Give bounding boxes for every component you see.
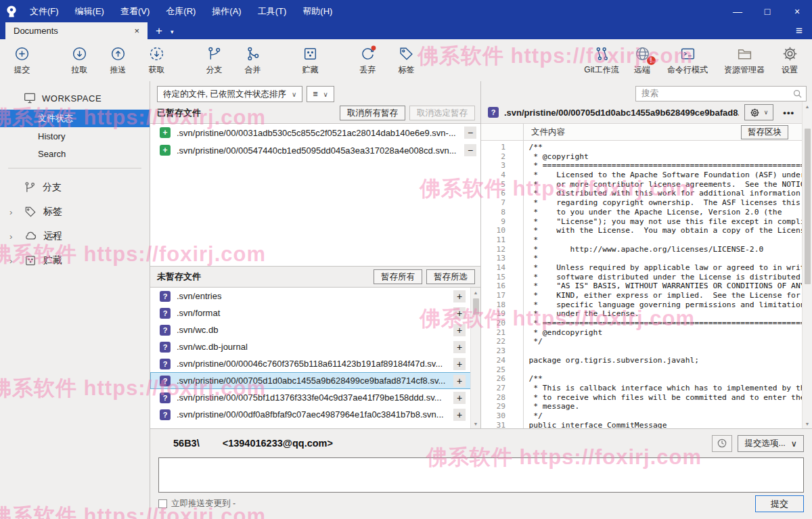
search-label: Search <box>38 149 66 159</box>
close-button[interactable]: × <box>782 0 812 22</box>
commit-options-dropdown[interactable]: 提交选项... ∨ <box>738 435 804 452</box>
more-options-button[interactable]: ••• <box>779 108 798 118</box>
stage-file-button[interactable]: + <box>453 341 466 353</box>
sidebar-item-tags[interactable]: › 标签 <box>0 200 150 224</box>
chevron-right-icon[interactable]: › <box>9 207 18 217</box>
push-immediately-checkbox[interactable]: 立即推送变更到 - <box>158 498 235 510</box>
sidebar-item-history[interactable]: History <box>0 127 150 145</box>
explorer-toolbar-button[interactable]: 资源管理器 <box>716 45 773 76</box>
stage-selected-button[interactable]: 暂存所选 <box>426 269 475 284</box>
unstaged-title: 未暂存文件 <box>157 271 201 283</box>
settings-label: 设置 <box>782 64 798 76</box>
stage-file-button[interactable]: + <box>453 409 466 421</box>
tag-icon <box>398 45 415 63</box>
unstage-file-button[interactable]: − <box>464 144 476 156</box>
tab-close-icon[interactable]: × <box>131 26 142 36</box>
stage-hunk-button[interactable]: 暂存区块 <box>741 125 788 139</box>
unstaged-list-scrollbar[interactable]: ▲ ▼ <box>470 288 480 428</box>
code-line: 31 public interface CommitMessage <box>481 421 802 428</box>
unstaged-file-row[interactable]: ? .svn/pristine/00/00046c760f3765b118a61… <box>150 355 480 372</box>
commit-toolbar-button[interactable]: 提交 <box>3 45 41 76</box>
minimize-button[interactable]: — <box>723 0 752 22</box>
menu-edit[interactable]: 编辑(E) <box>68 3 111 20</box>
unstaged-file-row-selected[interactable]: ? .svn/pristine/00/00705d1d0abc1455a9b62… <box>150 372 480 389</box>
terminal-label: 命令行模式 <box>667 64 708 76</box>
commit-history-button[interactable] <box>712 435 732 452</box>
fetch-toolbar-button[interactable]: 获取 <box>137 45 176 76</box>
search-box <box>635 86 807 101</box>
scrollbar-thumb[interactable] <box>805 129 811 284</box>
stash-toolbar-button[interactable]: 贮藏 <box>291 45 330 76</box>
unstaged-section-header: 未暂存文件 暂存所有 暂存所选 <box>150 267 480 287</box>
code-line: 14 * Unless required by applicable law o… <box>481 263 802 273</box>
scroll-up-arrow-icon[interactable]: ▲ <box>471 288 480 297</box>
stage-file-button[interactable]: + <box>453 307 466 319</box>
checkbox-icon[interactable] <box>158 499 167 508</box>
unstaged-file-row[interactable]: ? .svn/format + <box>150 304 480 321</box>
untracked-file-icon: ? <box>160 392 171 403</box>
menu-view[interactable]: 查看(V) <box>114 3 156 20</box>
remote-label: 远端 <box>634 64 650 76</box>
menu-tools[interactable]: 工具(T) <box>251 3 294 20</box>
unstaged-file-row[interactable]: ? .svn/pristine/00/00df0a8fbfaf9c07aec49… <box>150 406 480 423</box>
unstaged-file-row[interactable]: ? .svn/pristine/00/0075bf1d1376f333fe04c… <box>150 389 480 406</box>
sidebar-item-stashes[interactable]: › 贮藏 <box>0 248 150 273</box>
chevron-right-icon[interactable]: › <box>9 231 18 242</box>
sidebar-item-file-status[interactable]: 文件状态 <box>0 110 150 127</box>
menu-actions[interactable]: 操作(A) <box>205 3 248 20</box>
stage-file-button[interactable]: + <box>453 375 466 387</box>
folder-icon <box>736 45 753 63</box>
chevron-right-icon[interactable]: › <box>9 256 18 266</box>
discard-toolbar-button[interactable]: 丢弃 <box>348 45 387 76</box>
preview-options-dropdown[interactable]: ∨ <box>744 104 774 120</box>
unstaged-file-row[interactable]: ? .svn/wc.db-journal + <box>150 338 480 355</box>
scrollbar-thumb[interactable] <box>473 298 479 315</box>
stage-all-button[interactable]: 暂存所有 <box>374 269 422 284</box>
code-scrollbar[interactable]: ▲ ▼ <box>802 101 812 428</box>
stage-file-button[interactable]: + <box>453 358 466 370</box>
unstaged-file-row[interactable]: ? .svn/entries + <box>150 288 480 304</box>
sidebar-item-search[interactable]: Search <box>0 145 150 162</box>
sidebar-item-branches[interactable]: 分支 <box>0 175 150 200</box>
unstaged-file-row[interactable]: ? .svn/wc.db + <box>150 321 480 338</box>
merge-toolbar-button[interactable]: 合并 <box>233 45 272 76</box>
terminal-toolbar-button[interactable]: 命令行模式 <box>659 45 716 76</box>
file-content-tab[interactable]: 文件内容 <box>531 127 565 138</box>
stage-file-button[interactable]: + <box>453 392 466 404</box>
tab-list-dropdown[interactable]: ▾ <box>169 28 179 39</box>
commit-message-input[interactable] <box>158 457 804 493</box>
pull-toolbar-button[interactable]: 拉取 <box>60 45 99 76</box>
maximize-button[interactable]: □ <box>752 0 782 22</box>
branch-toolbar-button[interactable]: 分支 <box>195 45 233 76</box>
stage-file-button[interactable]: + <box>453 324 466 336</box>
tab-documents[interactable]: Documents × <box>5 22 148 39</box>
staged-file-row[interactable]: + .svn/pristine/00/0031adb530c5c855c2f05… <box>150 124 480 141</box>
code-viewer[interactable]: 1 /**2 * @copyright3 * =================… <box>481 141 802 428</box>
file-preview-panel: ? .svn/pristine/00/00705d1d0abc1455a9b62… <box>480 81 812 428</box>
unstage-all-button[interactable]: 取消所有暂存 <box>340 106 405 120</box>
gitflow-toolbar-button[interactable]: Git工作流 <box>578 45 625 76</box>
unstage-file-button[interactable]: − <box>464 127 476 139</box>
sort-dropdown[interactable]: 待定的文件, 已依照文件状态排序 ∨ <box>157 86 302 102</box>
menu-repository[interactable]: 仓库(R) <box>159 3 202 20</box>
search-input[interactable] <box>635 86 807 101</box>
scroll-down-arrow-icon[interactable]: ▼ <box>471 419 480 428</box>
scroll-down-arrow-icon[interactable]: ▼ <box>803 419 812 428</box>
sidebar-item-remotes[interactable]: › 远程 <box>0 224 150 248</box>
push-toolbar-button[interactable]: 推送 <box>99 45 137 76</box>
view-mode-dropdown[interactable]: ≡ ∨ <box>307 86 334 102</box>
menu-help[interactable]: 帮助(H) <box>296 3 339 20</box>
menu-file[interactable]: 文件(F) <box>23 3 66 20</box>
code-line: 7 * regarding copyright ownership. The A… <box>481 198 802 208</box>
new-tab-button[interactable]: + <box>148 24 169 39</box>
stage-file-button[interactable]: + <box>453 290 466 302</box>
tag-toolbar-button[interactable]: 标签 <box>387 45 426 76</box>
staged-file-row[interactable]: + .svn/pristine/00/00547440cb1ed5095dd04… <box>150 141 480 159</box>
commit-button[interactable]: 提交 <box>755 495 804 512</box>
scroll-up-arrow-icon[interactable]: ▲ <box>803 101 812 111</box>
unstage-selected-button[interactable]: 取消选定暂存 <box>409 106 475 120</box>
settings-toolbar-button[interactable]: 设置 <box>773 45 807 76</box>
remote-toolbar-button[interactable]: ! 远端 <box>625 45 659 76</box>
hamburger-menu-icon[interactable]: ≡ <box>786 24 812 39</box>
file-name: .svn/format <box>177 308 447 318</box>
